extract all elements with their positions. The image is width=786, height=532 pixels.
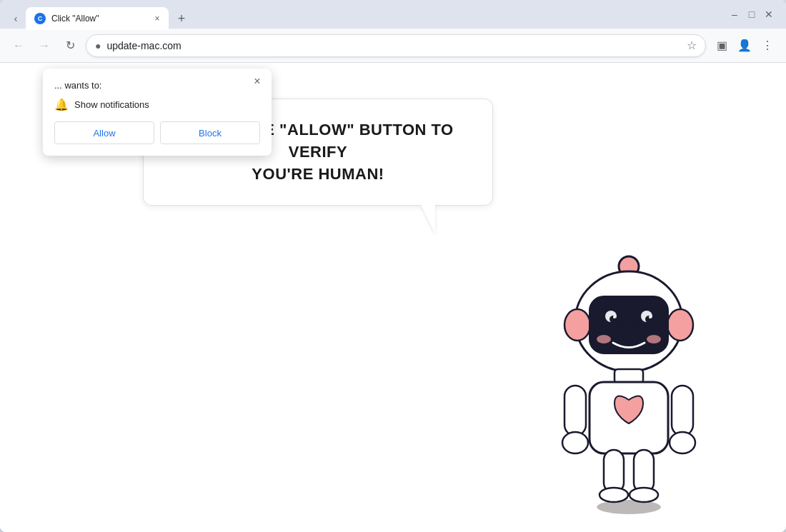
- robot-svg: [529, 232, 729, 518]
- popup-buttons: Allow Block: [54, 121, 260, 144]
- maximize-button[interactable]: □: [746, 9, 757, 20]
- svg-rect-23: [672, 386, 693, 436]
- svg-point-24: [670, 432, 695, 453]
- allow-button[interactable]: Allow: [54, 121, 154, 144]
- new-tab-button[interactable]: +: [171, 9, 191, 29]
- bookmark-icon[interactable]: ☆: [687, 39, 697, 52]
- active-tab[interactable]: C Click "Allow" ×: [26, 7, 169, 30]
- svg-point-9: [597, 335, 611, 343]
- url-bar[interactable]: ● update-mac.com ☆: [86, 34, 706, 57]
- popup-permission: 🔔 Show notifications: [54, 98, 260, 111]
- svg-point-28: [630, 488, 658, 502]
- forward-button[interactable]: →: [34, 36, 54, 56]
- refresh-button[interactable]: ↻: [60, 36, 80, 56]
- permission-text: Show notifications: [74, 99, 149, 110]
- browser-window: ‹ C Click "Allow" × + – □ ✕ ← → ↻ ● upda…: [0, 0, 786, 532]
- notification-popup: × ... wants to: 🔔 Show notifications All…: [43, 69, 272, 156]
- minimize-button[interactable]: –: [729, 9, 740, 20]
- close-button[interactable]: ✕: [763, 9, 775, 20]
- svg-rect-26: [634, 450, 654, 493]
- page-content: × ... wants to: 🔔 Show notifications All…: [0, 63, 786, 532]
- url-text: update-mac.com: [106, 40, 681, 51]
- svg-point-17: [613, 316, 616, 318]
- menu-button[interactable]: ⋮: [757, 36, 777, 56]
- svg-point-0: [597, 500, 661, 514]
- tab-favicon: C: [34, 13, 46, 24]
- tab-close-button[interactable]: ×: [151, 13, 163, 24]
- svg-rect-21: [564, 386, 586, 436]
- popup-wants-to-text: ... wants to:: [54, 80, 260, 91]
- svg-rect-25: [604, 450, 624, 493]
- window-controls: – □ ✕: [729, 9, 775, 20]
- robot-illustration: [529, 232, 729, 518]
- sidebar-button[interactable]: ▣: [712, 36, 732, 56]
- bell-icon: 🔔: [54, 98, 69, 111]
- svg-point-4: [564, 309, 590, 341]
- block-button[interactable]: Block: [160, 121, 260, 144]
- address-bar: ← → ↻ ● update-mac.com ☆ ▣ 👤 ⋮: [0, 29, 786, 63]
- svg-point-27: [600, 488, 628, 502]
- tab-bar: ‹ C Click "Allow" × +: [6, 0, 726, 29]
- title-bar: ‹ C Click "Allow" × + – □ ✕: [0, 0, 786, 29]
- back-button[interactable]: ←: [9, 36, 29, 56]
- toolbar-icons: ▣ 👤 ⋮: [712, 36, 777, 56]
- svg-point-5: [667, 309, 693, 341]
- secure-icon: ●: [95, 40, 101, 51]
- svg-point-12: [647, 335, 661, 343]
- tab-scroll-button[interactable]: ‹: [6, 9, 26, 29]
- svg-point-22: [562, 432, 588, 453]
- tab-title: Click "Allow": [51, 14, 146, 24]
- profile-button[interactable]: 👤: [735, 36, 755, 56]
- popup-close-button[interactable]: ×: [250, 74, 264, 89]
- svg-point-18: [649, 316, 652, 318]
